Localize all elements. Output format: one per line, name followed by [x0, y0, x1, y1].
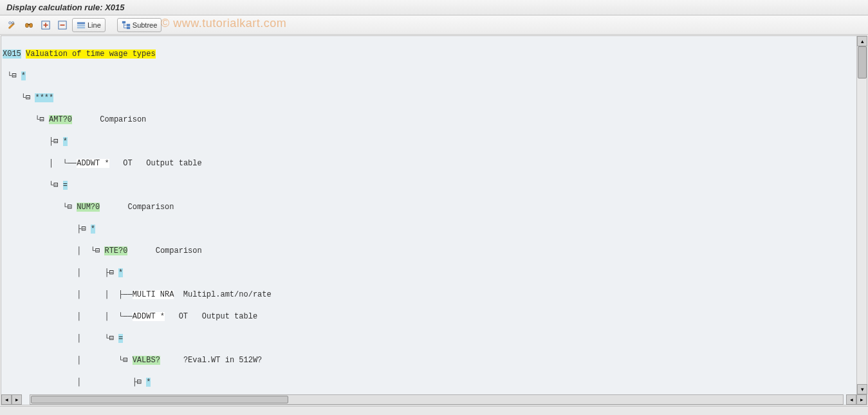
- tree-node[interactable]: ├⊟ *: [3, 136, 865, 147]
- tree-node[interactable]: │ ├⊟ *: [3, 377, 865, 388]
- svg-rect-13: [122, 21, 125, 23]
- toolbar: Line Subtree © www.tutorialkart.com: [0, 15, 868, 35]
- scroll-left-end-button[interactable]: ◂: [846, 394, 856, 405]
- expand-plus-icon: [41, 21, 50, 30]
- subtree-icon: [122, 21, 131, 30]
- tree-node[interactable]: └⊟ =: [3, 180, 865, 191]
- tree-root[interactable]: X015 Valuation of time wage types: [3, 49, 865, 60]
- svg-rect-4: [28, 24, 30, 25]
- pencil-glasses-icon: [8, 21, 17, 30]
- tree-leaf[interactable]: │ └──ADDWT * OT Output table: [3, 158, 865, 169]
- collapse-button[interactable]: [55, 18, 69, 32]
- svg-rect-14: [127, 24, 130, 26]
- svg-rect-10: [77, 22, 85, 24]
- find-button[interactable]: [22, 18, 36, 32]
- tree-leaf[interactable]: │ │ ├──MULTI NRA Multipl.amt/no/rate: [3, 290, 865, 300]
- svg-rect-12: [77, 26, 85, 28]
- subtree-button[interactable]: Subtree: [117, 18, 162, 32]
- scroll-thumb[interactable]: [858, 46, 867, 78]
- tree-node[interactable]: └⊟ NUM?0 Comparison: [3, 202, 865, 213]
- status-bar: [0, 406, 868, 415]
- tree-node[interactable]: │ ├⊟ *: [3, 268, 865, 279]
- scroll-down-button[interactable]: ▾: [857, 384, 867, 394]
- tree-leaf[interactable]: │ │ └──ADDWT * OT Output table: [3, 311, 865, 322]
- scroll-up-button[interactable]: ▴: [857, 36, 867, 46]
- vertical-scrollbar[interactable]: ▴ ▾: [856, 36, 867, 394]
- tree-node[interactable]: ├⊟ *: [3, 224, 865, 235]
- tree-node[interactable]: └⊟ *: [3, 71, 865, 82]
- tree-node[interactable]: │ └⊟ RTE?0 Comparison: [3, 246, 865, 257]
- tree-node[interactable]: │ └⊟ VALBS? ?Eval.WT in 512W?: [3, 355, 865, 366]
- hscroll-thumb[interactable]: [31, 396, 288, 403]
- svg-point-0: [9, 21, 12, 24]
- scroll-left-button[interactable]: ◂: [1, 394, 12, 405]
- svg-rect-15: [127, 26, 130, 29]
- tree-content[interactable]: X015 Valuation of time wage types └⊟ * └…: [1, 36, 867, 394]
- title-bar: Display calculation rule: X015: [0, 0, 868, 15]
- tree-node[interactable]: │ └⊟ =: [3, 333, 865, 344]
- scroll-right-end-button[interactable]: ▸: [856, 394, 867, 405]
- toggle-edit-button[interactable]: [5, 18, 19, 32]
- line-label: Line: [88, 21, 101, 29]
- scroll-right-button[interactable]: ▸: [12, 394, 22, 405]
- tree-node[interactable]: └⊟ AMT?0 Comparison: [3, 115, 865, 125]
- watermark: © www.tutorialkart.com: [161, 17, 286, 30]
- subtree-label: Subtree: [133, 21, 158, 29]
- hscroll-track[interactable]: [30, 394, 844, 405]
- expand-button[interactable]: [39, 18, 53, 32]
- line-button[interactable]: Line: [72, 18, 106, 32]
- tree-view-area: X015 Valuation of time wage types └⊟ * └…: [1, 35, 867, 405]
- tree-node[interactable]: └⊟ ****: [3, 93, 865, 104]
- svg-rect-11: [77, 24, 85, 26]
- binoculars-icon: [24, 21, 33, 30]
- line-icon: [77, 21, 86, 30]
- horizontal-scrollbar: ◂ ▸ ◂ ▸: [1, 394, 867, 405]
- collapse-minus-icon: [58, 21, 67, 30]
- window-title: Display calculation rule: X015: [6, 3, 125, 12]
